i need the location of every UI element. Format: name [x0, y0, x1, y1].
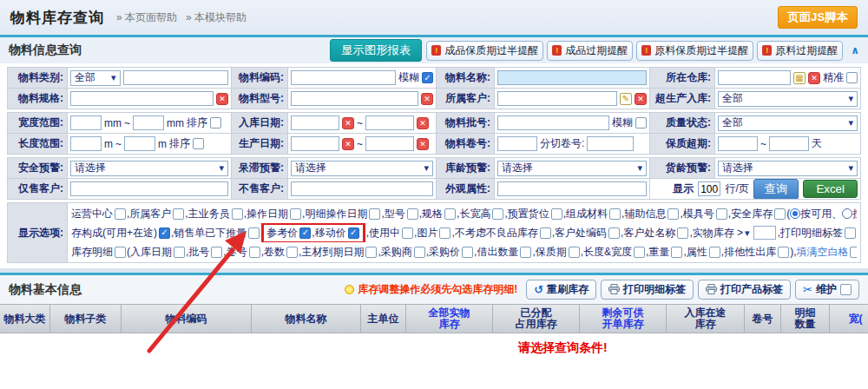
fill-blank-link[interactable]: 填满空白格: [796, 245, 848, 260]
production-date-from-input[interactable]: [291, 136, 339, 151]
checkbox[interactable]: [290, 208, 301, 220]
checkbox[interactable]: [540, 227, 551, 239]
over-production-select[interactable]: 全部: [718, 91, 858, 107]
material-category-input[interactable]: [123, 70, 228, 85]
help-link[interactable]: » 本模块帮助: [186, 11, 247, 23]
show-chart-report-button[interactable]: 显示图形报表: [330, 39, 422, 62]
help-link[interactable]: » 本页面帮助: [116, 11, 177, 23]
owner-customer-clear-icon[interactable]: [635, 93, 647, 105]
maintain-button[interactable]: ✂维护: [795, 280, 859, 300]
chevron-down-icon[interactable]: ▾: [745, 227, 750, 239]
material-batch-fuzzy-checkbox[interactable]: [635, 117, 647, 129]
page-js-script-button[interactable]: 页面JS脚本: [778, 6, 858, 29]
checkbox[interactable]: [348, 227, 359, 239]
checkbox[interactable]: [671, 247, 682, 258]
length-min-input[interactable]: [70, 136, 102, 151]
checkbox[interactable]: [634, 247, 645, 258]
checkbox[interactable]: [774, 208, 786, 220]
query-button[interactable]: 查询: [753, 179, 799, 199]
width-sort-checkbox[interactable]: [210, 117, 221, 129]
material-model-input[interactable]: [291, 91, 418, 106]
owner-customer-input[interactable]: [497, 91, 617, 106]
length-sort-checkbox[interactable]: [193, 138, 204, 149]
material-category-select[interactable]: 全部: [70, 70, 121, 86]
checkbox[interactable]: [709, 247, 720, 258]
material-code-input[interactable]: [291, 70, 396, 85]
checkbox[interactable]: [608, 227, 620, 239]
inbound-date-to-clear-icon[interactable]: [417, 117, 429, 129]
material-name-input[interactable]: [497, 70, 647, 85]
print-product-label-button[interactable]: 打印产品标签: [698, 280, 791, 300]
production-date-to-clear-icon[interactable]: [417, 138, 429, 150]
inbound-date-from-input[interactable]: [291, 115, 339, 130]
alert-button[interactable]: 成品保质期过半提醒: [426, 41, 543, 61]
checkbox[interactable]: [369, 208, 380, 220]
collapse-panel-icon[interactable]: ∧: [851, 44, 859, 56]
material-spec-clear-icon[interactable]: [216, 93, 228, 105]
checkbox[interactable]: [232, 208, 243, 220]
slit-roll-input[interactable]: [587, 136, 634, 151]
warehouse-picker-icon[interactable]: [793, 72, 806, 84]
checkbox[interactable]: [840, 284, 852, 295]
shelf-overdue-max-input[interactable]: [769, 136, 809, 151]
checkbox[interactable]: [439, 227, 450, 239]
stock-age-warning-select[interactable]: 请选择: [497, 161, 647, 176]
checkbox[interactable]: [173, 208, 184, 220]
checkbox[interactable]: [211, 247, 222, 258]
length-max-input[interactable]: [124, 136, 155, 151]
checkbox[interactable]: [492, 208, 503, 220]
checkbox[interactable]: [402, 227, 413, 239]
not-sell-input[interactable]: [291, 181, 433, 196]
production-date-to-input[interactable]: [365, 136, 414, 151]
checkbox[interactable]: [115, 247, 126, 258]
checkbox[interactable]: [414, 247, 425, 258]
quality-status-select[interactable]: 全部: [718, 115, 858, 131]
checkbox[interactable]: [174, 247, 185, 258]
shelf-overdue-min-input[interactable]: [718, 136, 758, 151]
stagnant-warning-select[interactable]: 请选择: [291, 161, 433, 176]
checkbox[interactable]: [569, 247, 580, 258]
alert-button[interactable]: 成品过期提醒: [547, 41, 633, 61]
alert-button[interactable]: 原料过期提醒: [757, 41, 843, 61]
width-min-input[interactable]: [70, 115, 102, 130]
checkbox[interactable]: [677, 227, 688, 239]
width-max-input[interactable]: [133, 115, 164, 130]
owner-customer-edit-icon[interactable]: [620, 93, 632, 105]
checkbox[interactable]: [365, 247, 377, 258]
checkbox[interactable]: [407, 208, 418, 220]
checkbox[interactable]: [462, 247, 473, 258]
material-batch-input[interactable]: [497, 115, 609, 130]
excel-button[interactable]: Excel: [803, 180, 858, 198]
refresh-stock-button[interactable]: ↺重刷库存: [526, 280, 596, 300]
checkbox[interactable]: [520, 247, 531, 258]
inbound-date-to-input[interactable]: [365, 115, 414, 130]
checkbox[interactable]: [778, 247, 789, 258]
only-sell-input[interactable]: [70, 181, 228, 196]
checkbox[interactable]: [845, 227, 856, 239]
goods-age-warning-select[interactable]: 请选择: [718, 161, 858, 176]
checkbox[interactable]: [115, 208, 126, 220]
checkbox[interactable]: [248, 227, 260, 239]
material-code-fuzzy-checkbox[interactable]: [422, 72, 433, 83]
safety-warning-select[interactable]: 请选择: [70, 161, 228, 176]
warehouse-precise-checkbox[interactable]: [846, 72, 858, 83]
material-roll-input[interactable]: [497, 136, 537, 151]
checkbox[interactable]: [850, 247, 857, 258]
stock-threshold-input[interactable]: [753, 226, 776, 240]
warehouse-input[interactable]: [718, 70, 791, 85]
print-detail-label-button[interactable]: 打印明细标签: [601, 280, 694, 300]
checkbox[interactable]: [609, 208, 621, 220]
radio-button[interactable]: [842, 208, 852, 219]
inbound-date-from-clear-icon[interactable]: [342, 117, 354, 129]
checkbox[interactable]: [249, 247, 260, 258]
page-size-input[interactable]: [698, 181, 720, 196]
checkbox[interactable]: [159, 227, 170, 239]
alert-button[interactable]: 原料保质期过半提醒: [636, 41, 753, 61]
material-model-clear-icon[interactable]: [421, 93, 433, 105]
radio-button[interactable]: [790, 208, 800, 219]
checkbox[interactable]: [716, 208, 727, 220]
checkbox[interactable]: [444, 208, 456, 220]
production-date-from-clear-icon[interactable]: [342, 138, 354, 150]
warehouse-clear-icon[interactable]: [808, 72, 820, 84]
checkbox[interactable]: [299, 227, 311, 239]
